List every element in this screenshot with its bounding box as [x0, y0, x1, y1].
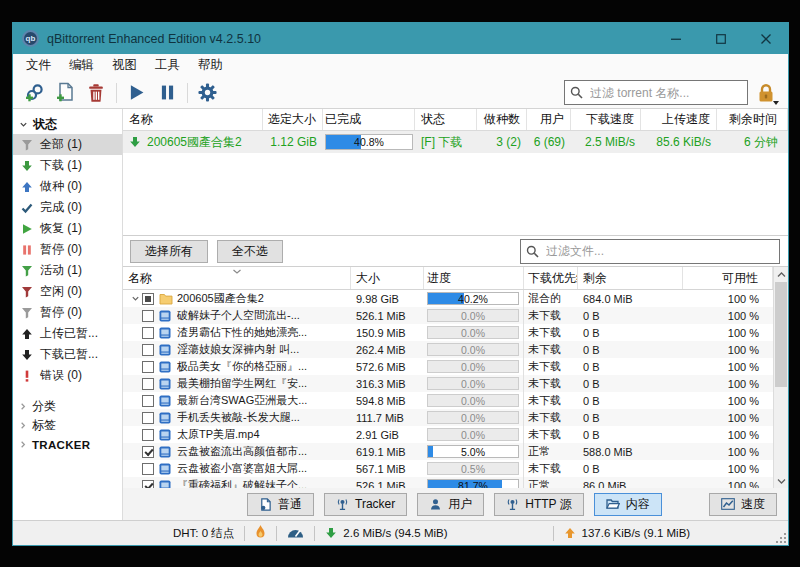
sidebar-status-item[interactable]: 做种 (0) — [13, 176, 122, 197]
collapse-arrow-icon[interactable] — [128, 430, 142, 439]
sidebar-status-item[interactable]: 空闲 (0) — [13, 281, 122, 302]
file-row[interactable]: 200605國產合集2 9.98 GiB 40.2% 混合的 — [123, 290, 773, 307]
file-row[interactable]: 淫蕩妓娘女深褲内射 叫... 262.4 MiB 0.0% 未下载 — [123, 341, 773, 358]
vertical-scrollbar[interactable] — [773, 267, 788, 488]
file-priority[interactable]: 未下载 — [524, 341, 578, 358]
collapse-arrow-icon[interactable] — [128, 345, 142, 354]
file-checkbox[interactable] — [142, 446, 154, 458]
file-checkbox[interactable] — [142, 480, 154, 489]
scroll-down-button[interactable] — [774, 473, 788, 488]
minimize-button[interactable] — [653, 23, 698, 54]
menu-item[interactable]: 工具 — [146, 57, 189, 74]
file-row[interactable]: 最美棚拍留学生网红『安... 316.3 MiB 0.0% 未下载 — [123, 375, 773, 392]
collapse-arrow-icon[interactable] — [128, 464, 142, 473]
close-button[interactable] — [743, 23, 788, 54]
sidebar-status-item[interactable]: 错误 (0) — [13, 365, 122, 386]
file-filter-input[interactable] — [544, 243, 774, 259]
collapse-arrow-icon[interactable] — [128, 413, 142, 422]
alt-speed-gauge-icon[interactable] — [287, 526, 304, 540]
file-priority[interactable]: 未下载 — [524, 307, 578, 324]
menu-item[interactable]: 帮助 — [189, 57, 232, 74]
sidebar-status-item[interactable]: 下载已暂... — [13, 344, 122, 365]
column-header-file-name[interactable]: 名称 — [123, 267, 351, 289]
file-row[interactable]: 云盘被盗流出高颜值都市... 619.1 MiB 5.0% 正常 — [123, 443, 773, 460]
add-torrent-file-button[interactable] — [52, 80, 78, 106]
file-priority[interactable]: 未下载 — [524, 409, 578, 426]
scrollbar-thumb[interactable] — [775, 282, 787, 387]
file-checkbox[interactable] — [142, 378, 154, 390]
column-header-status[interactable]: 状态 — [415, 109, 477, 130]
column-header-file-availability[interactable]: 可用性 — [683, 267, 773, 289]
resize-grip[interactable] — [776, 533, 786, 543]
column-header-peers[interactable]: 用户 — [527, 109, 571, 130]
options-button[interactable] — [194, 80, 220, 106]
file-checkbox[interactable] — [142, 361, 154, 373]
sidebar-status-item[interactable]: 上传已暂... — [13, 323, 122, 344]
column-header-eta[interactable]: 剩余时间 — [717, 109, 788, 130]
torrent-filter-input[interactable] — [588, 85, 742, 101]
file-row[interactable]: 云盘被盗小富婆富姐大屌... 567.1 MiB 0.5% 未下载 — [123, 460, 773, 477]
column-header-dl-speed[interactable]: 下载速度 — [571, 109, 641, 130]
file-priority[interactable]: 正常 — [524, 443, 578, 460]
scroll-up-button[interactable] — [774, 267, 788, 282]
maximize-button[interactable] — [698, 23, 743, 54]
select-none-button[interactable]: 全不选 — [217, 240, 283, 263]
file-checkbox[interactable] — [142, 463, 154, 475]
collapse-arrow-icon[interactable] — [128, 481, 142, 488]
pause-button[interactable] — [154, 80, 180, 106]
sidebar-status-item[interactable]: 恢复 (1) — [13, 218, 122, 239]
collapse-arrow-icon[interactable] — [128, 447, 142, 456]
collapse-arrow-icon[interactable] — [128, 379, 142, 388]
file-checkbox[interactable] — [142, 310, 154, 322]
file-checkbox[interactable] — [142, 412, 154, 424]
lock-button[interactable] — [754, 80, 778, 106]
file-priority[interactable]: 未下载 — [524, 426, 578, 443]
sidebar-status-item[interactable]: 暂停 (0) — [13, 302, 122, 323]
file-priority[interactable]: 未下载 — [524, 392, 578, 409]
column-header-name[interactable]: 名称 — [123, 109, 263, 130]
file-row[interactable]: 破解妹子个人空間流出-... 526.1 MiB 0.0% 未下载 — [123, 307, 773, 324]
file-priority[interactable]: 混合的 — [524, 290, 578, 307]
column-header-file-size[interactable]: 大小 — [351, 267, 424, 289]
detail-tab[interactable]: 内容 — [594, 493, 662, 516]
collapse-arrow-icon[interactable] — [128, 294, 142, 303]
file-priority[interactable]: 未下载 — [524, 358, 578, 375]
collapse-arrow-icon[interactable] — [128, 362, 142, 371]
file-row[interactable]: 手机丢失被敲-长发大腿... 111.7 MiB 0.0% 未下载 — [123, 409, 773, 426]
sidebar-status-item[interactable]: 活动 (1) — [13, 260, 122, 281]
torrent-row[interactable]: 200605國產合集2 1.12 GiB 40.8% [F] 下载 3 (2) … — [123, 131, 788, 153]
detail-tab[interactable]: HTTP 源 — [494, 493, 583, 516]
menu-item[interactable]: 编辑 — [60, 57, 103, 74]
add-torrent-link-button[interactable] — [21, 80, 47, 106]
sidebar-group-item[interactable]: 分类 — [13, 397, 122, 416]
column-header-done[interactable]: 已完成 — [323, 109, 415, 130]
column-header-seeds[interactable]: 做种数 — [477, 109, 527, 130]
detail-tab[interactable]: 用户 — [417, 493, 484, 516]
file-row[interactable]: 太原TP美眉.mp4 2.91 GiB 0.0% 未下载 — [123, 426, 773, 443]
file-checkbox[interactable] — [142, 429, 154, 441]
column-header-up-speed[interactable]: 上传速度 — [641, 109, 717, 130]
sidebar-group-item[interactable]: 标签 — [13, 416, 122, 435]
scrollbar-track[interactable] — [774, 282, 788, 473]
detail-tab[interactable]: 普通 — [247, 493, 314, 516]
collapse-arrow-icon[interactable] — [128, 311, 142, 320]
detail-tab[interactable]: Tracker — [324, 493, 407, 516]
file-checkbox[interactable] — [142, 327, 154, 339]
column-header-file-progress[interactable]: 进度 — [424, 267, 524, 289]
select-all-button[interactable]: 选择所有 — [130, 240, 208, 263]
sidebar-group-item[interactable]: TRACKER — [13, 435, 122, 454]
column-header-file-priority[interactable]: 下载优先级 — [524, 267, 578, 289]
column-header-file-remaining[interactable]: 剩余 — [578, 267, 683, 289]
collapse-arrow-icon[interactable] — [128, 328, 142, 337]
file-priority[interactable]: 正常 — [524, 477, 578, 488]
collapse-arrow-icon[interactable] — [128, 396, 142, 405]
file-checkbox[interactable] — [142, 395, 154, 407]
speed-tab[interactable]: 速度 — [709, 493, 777, 516]
file-priority[interactable]: 未下载 — [524, 324, 578, 341]
delete-button[interactable] — [83, 80, 109, 106]
file-row[interactable]: 『重磅福利』破解妹子个... 526.1 MiB 81.7% 正常 — [123, 477, 773, 488]
file-row[interactable]: 最新台湾SWAG亞洲最大... 594.8 MiB 0.0% 未下载 — [123, 392, 773, 409]
file-priority[interactable]: 未下载 — [524, 375, 578, 392]
file-checkbox[interactable] — [142, 293, 154, 305]
sidebar-status-item[interactable]: 全部 (1) — [13, 134, 122, 155]
